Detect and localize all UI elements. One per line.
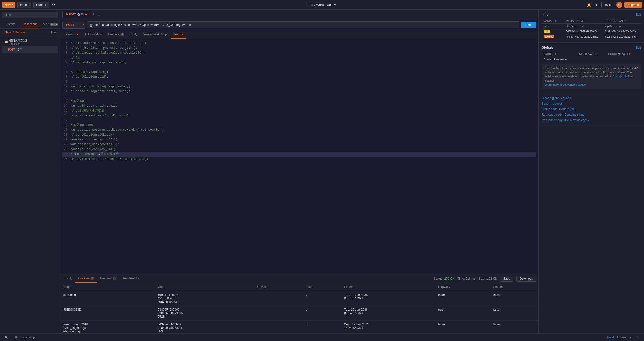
tab-history[interactable]: History bbox=[0, 20, 20, 28]
cookie-name: JSESSIONID bbox=[60, 306, 155, 321]
dirty-dot bbox=[85, 14, 87, 15]
search-bottom-icon[interactable]: 🔍 bbox=[3, 335, 10, 340]
star-icon[interactable]: ★ bbox=[594, 2, 599, 8]
var-highlight: cookies bbox=[544, 35, 554, 38]
tab-prerequest[interactable]: Pre-request Script bbox=[140, 31, 171, 39]
invite-button[interactable]: Invite bbox=[601, 2, 614, 8]
notification-icon[interactable]: 🔔 bbox=[586, 2, 592, 8]
method-badge: POST bbox=[8, 48, 15, 51]
action-link[interactable]: Send a request bbox=[542, 101, 562, 106]
sidebar-tabs: History Collections APIs BETA bbox=[0, 20, 60, 29]
tab-request-method: POST bbox=[69, 13, 76, 16]
cookie-domain bbox=[253, 321, 303, 334]
response-area: Body Cookies 3 Headers 6 Test Results St… bbox=[60, 274, 538, 333]
learn-more-link[interactable]: Learn more about variable values bbox=[545, 83, 586, 86]
line-content: //获取uuid bbox=[70, 99, 536, 104]
action-link[interactable]: Response body: Contains string bbox=[542, 112, 584, 117]
line-number: 2 bbox=[62, 46, 67, 51]
right-panel: nmb Edit VARIABLE INITIAL VALUE CURRENT … bbox=[538, 10, 644, 333]
tab-params[interactable]: Params bbox=[62, 31, 81, 39]
tab-apis[interactable]: APIs BETA bbox=[40, 20, 60, 28]
resp-tab-body[interactable]: Body bbox=[62, 275, 75, 283]
url-input[interactable] bbox=[87, 21, 519, 28]
layout-icon[interactable]: ⊞ bbox=[13, 335, 18, 340]
collection-name: 接口测试实战 bbox=[9, 38, 27, 43]
action-link[interactable]: Clear a global variable bbox=[542, 95, 572, 101]
build-button[interactable]: Build bbox=[607, 336, 614, 339]
request-tab-login[interactable]: POST 登录 bbox=[62, 11, 90, 18]
resp-status: Status: 200 OK Time: 218 ms Size: 1.62 K… bbox=[434, 276, 536, 282]
tab-headers[interactable]: Headers 9 bbox=[105, 31, 127, 39]
tab-more-button[interactable]: ... bbox=[97, 12, 100, 16]
collapse-icon[interactable]: ⤡ bbox=[635, 335, 641, 340]
settings-icon[interactable]: ⚙ bbox=[51, 2, 56, 8]
info-close-button[interactable]: ✕ bbox=[636, 66, 639, 70]
line-number: 5 bbox=[62, 60, 67, 65]
expand-icon[interactable]: ⤢ bbox=[628, 335, 633, 340]
info-box: Use variables to reuse values in differe… bbox=[542, 64, 641, 89]
line-number: 15 bbox=[62, 109, 67, 113]
new-collection-button[interactable]: + New Collection bbox=[2, 31, 25, 34]
trash-button[interactable]: Trash bbox=[51, 31, 58, 34]
tab-body[interactable]: Body bbox=[127, 31, 140, 39]
resp-tab-cookies[interactable]: Cookies 3 bbox=[75, 275, 97, 283]
code-line: 23console.log(cookies_uid); bbox=[62, 147, 536, 152]
line-number: 24 bbox=[62, 152, 67, 157]
avatar[interactable]: H bbox=[616, 2, 622, 8]
line-number: 19 bbox=[62, 128, 67, 132]
method-dot-icon bbox=[66, 13, 68, 15]
line-content: // var jsonData = pm.response.json(); bbox=[70, 46, 536, 51]
save-button[interactable]: Save bbox=[500, 276, 513, 282]
cookies-content: Name Value Domain Path Expires HttpOnly … bbox=[60, 283, 538, 333]
tab-tests[interactable]: Tests bbox=[171, 31, 186, 39]
tab-authorization[interactable]: Authorization bbox=[81, 31, 105, 39]
download-button[interactable]: Download bbox=[516, 276, 536, 282]
new-button[interactable]: New ▾ bbox=[2, 2, 15, 8]
resp-tab-testresults[interactable]: Test Results bbox=[119, 275, 142, 283]
cookie-httponly: true bbox=[435, 306, 490, 321]
line-content bbox=[70, 80, 536, 84]
runner-button[interactable]: Runner bbox=[33, 2, 49, 8]
line-number: 13 bbox=[62, 99, 67, 104]
top-right: 🔔 ★ Invite H Upgrade bbox=[586, 2, 642, 8]
line-content: var cookies_uid=cookies[0]; bbox=[70, 142, 536, 147]
env-edit-button[interactable]: Edit bbox=[636, 13, 641, 16]
code-line: 17 bbox=[62, 118, 536, 123]
browse-button[interactable]: Browse bbox=[616, 336, 626, 339]
action-link[interactable]: Response body: JSON value check bbox=[542, 117, 589, 123]
collection-header[interactable]: ▾ 📁 接口测试实战 1 request bbox=[2, 37, 58, 46]
action-link[interactable]: Status code: Code is 200 bbox=[542, 106, 575, 112]
new-label: New bbox=[5, 3, 11, 7]
collection-icon: 📁 bbox=[4, 40, 8, 44]
line-content: pm.environment.set("cookies", cookies_ui… bbox=[70, 157, 536, 162]
cookie-domain bbox=[253, 306, 303, 321]
line-number: 8 bbox=[62, 75, 67, 79]
code-line: 15// uuid设置为全局变量 bbox=[62, 109, 536, 113]
code-editor[interactable]: 1// pm.test("Your test name", function (… bbox=[60, 39, 538, 274]
resp-tab-headers[interactable]: Headers 6 bbox=[97, 275, 119, 283]
env-vars-table: VARIABLE INITIAL VALUE CURRENT VALUE nmb… bbox=[542, 18, 641, 39]
line-number: 14 bbox=[62, 104, 67, 108]
collection-item-login[interactable]: POST 登录 bbox=[2, 46, 58, 53]
change-this-link[interactable]: Change this bbox=[613, 75, 627, 78]
code-line: 9 bbox=[62, 80, 536, 84]
var-highlight: uuid bbox=[544, 30, 550, 33]
code-line: 3// pm.expect(jsonData.value).to.eql(100… bbox=[62, 51, 536, 55]
main-layout: History Collections APIs BETA + New Coll… bbox=[0, 10, 644, 333]
import-button[interactable]: Import bbox=[17, 2, 31, 8]
code-line: 21cookies=cookies.split(";"); bbox=[62, 137, 536, 142]
method-select[interactable]: POST GET PUT DELETE bbox=[62, 21, 85, 29]
send-button[interactable]: Send bbox=[521, 22, 536, 28]
cookie-value: 0d39de3bb10b49 a7860ef7a8308ec 3b9 bbox=[155, 321, 253, 334]
col-expires: Expires bbox=[341, 283, 435, 291]
tab-collections[interactable]: Collections bbox=[20, 20, 40, 28]
search-input[interactable] bbox=[2, 12, 58, 18]
globals-edit-button[interactable]: Edit bbox=[636, 46, 641, 50]
actions-section: Clear a global variableSend a requestSta… bbox=[539, 92, 644, 126]
code-line: 14var uuid=data.entity.uuid; bbox=[62, 104, 536, 108]
upgrade-button[interactable]: Upgrade bbox=[624, 2, 642, 8]
col-path: Path bbox=[303, 283, 341, 291]
globals-label: Globals bbox=[542, 46, 554, 50]
tab-add-button[interactable]: + bbox=[91, 12, 96, 17]
line-number: 1 bbox=[62, 41, 67, 46]
